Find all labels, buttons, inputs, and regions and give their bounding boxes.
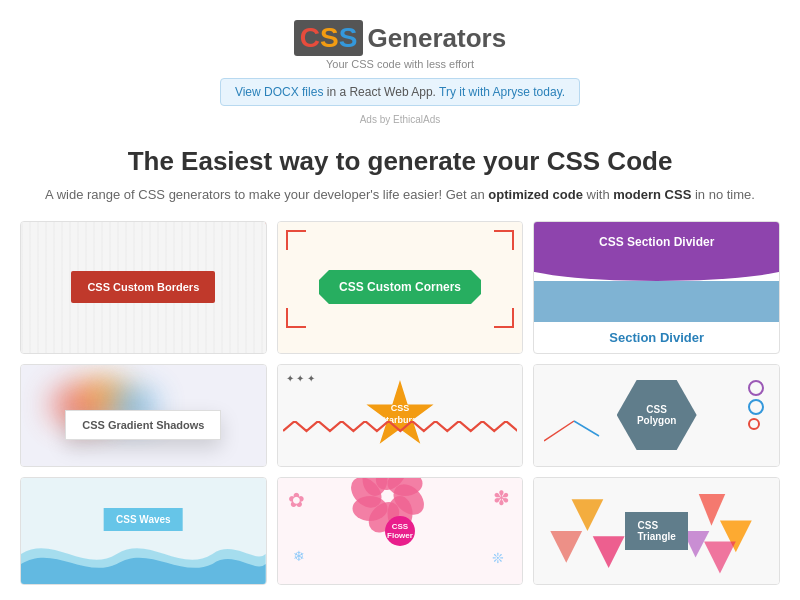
card-label-custom-corners: Custom Corners bbox=[278, 353, 523, 354]
circle2 bbox=[748, 399, 764, 415]
flower-center: CSSFlower bbox=[385, 516, 415, 546]
card-preview-flower: CSSFlower ✿ ✽ ❄ ❊ bbox=[278, 478, 523, 584]
flower-petals: CSSFlower bbox=[362, 493, 437, 568]
hero-desc-bold1: optimized code bbox=[488, 187, 583, 202]
wave-svg bbox=[21, 524, 266, 584]
card-preview-polygon: CSSPolygon bbox=[534, 365, 779, 466]
card-label-gradient-shadows: Gradient Shadows bbox=[21, 466, 266, 467]
corner-deco-bl bbox=[286, 308, 306, 328]
card-section-divider[interactable]: CSS Section Divider Section Divider bbox=[533, 221, 780, 354]
logo-generators: Generators bbox=[367, 23, 506, 54]
snowflake2: ❊ bbox=[492, 550, 504, 566]
card-label-custom-borders: Custom Borders bbox=[21, 353, 266, 354]
hero-desc-bold2: modern CSS bbox=[613, 187, 691, 202]
polygon-hex: CSSPolygon bbox=[617, 380, 697, 450]
card-label-section-divider: Section Divider bbox=[534, 322, 779, 353]
divider-top: CSS Section Divider bbox=[534, 222, 779, 263]
ad-text2: in a React Web App. bbox=[327, 85, 439, 99]
card-preview-divider: CSS Section Divider bbox=[534, 222, 779, 322]
ad-source: Ads by EthicalAds bbox=[20, 114, 780, 125]
card-gradient-shadows[interactable]: CSS Gradient Shadows Gradient Shadows bbox=[20, 364, 267, 467]
divider-bottom bbox=[534, 281, 779, 322]
card-polygon[interactable]: CSSPolygon Polygon Shape bbox=[533, 364, 780, 467]
circle3 bbox=[748, 418, 760, 430]
ad-bar: View DOCX files in a React Web App. Try … bbox=[220, 78, 580, 106]
svg-line-0 bbox=[544, 421, 574, 441]
card-grid: CSS Custom Borders Custom Borders CSS Cu… bbox=[20, 221, 780, 601]
card-preview-borders: CSS Custom Borders bbox=[21, 222, 266, 353]
wavy-label: CSS Waves bbox=[104, 508, 183, 531]
card-triangle[interactable]: CSSTriangle Triangle Shapes bbox=[533, 477, 780, 585]
corners-label-box: CSS Custom Corners bbox=[319, 270, 481, 304]
card-label-starburst: Starburst Shape bbox=[278, 466, 523, 467]
hero-desc-prefix: A wide range of CSS generators to make y… bbox=[45, 187, 488, 202]
card-label-flower: Flower Shapes bbox=[278, 584, 523, 585]
svg-line-1 bbox=[574, 421, 599, 436]
divider-wave bbox=[534, 261, 779, 281]
card-custom-corners[interactable]: CSS Custom Corners Custom Corners bbox=[277, 221, 524, 354]
gradient-label-box: CSS Gradient Shadows bbox=[65, 410, 221, 440]
circles-deco bbox=[748, 380, 764, 430]
card-starburst[interactable]: ✦ ✦ ✦ CSSStarburst Starburst Shape bbox=[277, 364, 524, 467]
borders-label-box: CSS Custom Borders bbox=[71, 271, 215, 303]
zigzag-line bbox=[283, 421, 518, 441]
dots-tl: ✦ ✦ ✦ bbox=[286, 373, 316, 384]
card-preview-starburst: ✦ ✦ ✦ CSSStarburst bbox=[278, 365, 523, 466]
card-label-polygon: Polygon Shape bbox=[534, 466, 779, 467]
circle1 bbox=[748, 380, 764, 396]
divider-label: CSS Section Divider bbox=[599, 235, 714, 249]
svg-marker-7 bbox=[704, 541, 736, 573]
ad-link2[interactable]: Try it with Apryse today. bbox=[439, 85, 565, 99]
hero-title: The Easiest way to generate your CSS Cod… bbox=[20, 146, 780, 177]
page-wrapper: CSS Generators Your CSS code with less e… bbox=[0, 0, 800, 600]
polygon-label: CSSPolygon bbox=[637, 404, 676, 426]
card-flower[interactable]: CSSFlower ✿ ✽ ❄ ❊ Flower Shapes bbox=[277, 477, 524, 585]
svg-marker-3 bbox=[551, 531, 583, 563]
card-label-triangle: Triangle Shapes bbox=[534, 584, 779, 585]
corner-deco-br bbox=[494, 308, 514, 328]
card-custom-borders[interactable]: CSS Custom Borders Custom Borders bbox=[20, 221, 267, 354]
svg-marker-2 bbox=[572, 499, 604, 531]
card-preview-triangle: CSSTriangle bbox=[534, 478, 779, 584]
card-label-wavy: Wavy Shapes bbox=[21, 584, 266, 585]
triangle-label-box: CSSTriangle bbox=[625, 512, 687, 550]
flower-deco1: ✿ bbox=[288, 488, 305, 512]
polygon-lines bbox=[544, 411, 604, 451]
card-preview-gradient: CSS Gradient Shadows bbox=[21, 365, 266, 466]
card-preview-wavy: CSS Waves bbox=[21, 478, 266, 584]
hero-section: The Easiest way to generate your CSS Cod… bbox=[20, 136, 780, 221]
hero-desc-mid: with bbox=[583, 187, 613, 202]
flower-label: CSSFlower bbox=[387, 522, 413, 540]
hero-description: A wide range of CSS generators to make y… bbox=[20, 185, 780, 205]
logo-container: CSS Generators bbox=[20, 20, 780, 56]
logo-css: CSS bbox=[294, 20, 364, 56]
corner-deco-tr bbox=[494, 230, 514, 250]
logo-tagline: Your CSS code with less effort bbox=[20, 58, 780, 70]
hero-desc-suffix: in no time. bbox=[691, 187, 755, 202]
header: CSS Generators Your CSS code with less e… bbox=[20, 10, 780, 136]
card-wavy[interactable]: CSS Waves Wavy Shapes bbox=[20, 477, 267, 585]
flower-deco2: ✽ bbox=[493, 486, 510, 510]
card-preview-corners: CSS Custom Corners bbox=[278, 222, 523, 353]
svg-marker-4 bbox=[593, 536, 625, 568]
ad-link1[interactable]: View DOCX files bbox=[235, 85, 323, 99]
snowflake1: ❄ bbox=[293, 548, 305, 564]
corner-deco-tl bbox=[286, 230, 306, 250]
